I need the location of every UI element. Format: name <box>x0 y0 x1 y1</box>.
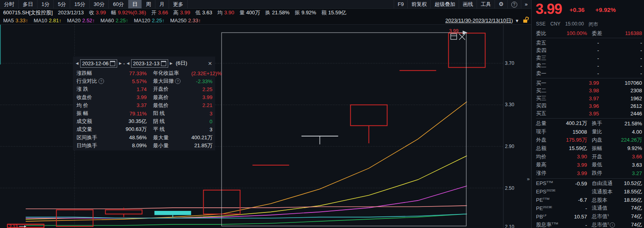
date-separator: - <box>123 60 125 66</box>
tab-monthly[interactable]: 月 <box>155 0 169 8</box>
high-price-marker: 3.99 <box>449 28 459 34</box>
tool-draw-line[interactable]: 画线 <box>459 0 477 8</box>
tool-tools[interactable]: 工具 <box>477 0 495 8</box>
collapse-panel-icon[interactable]: » <box>527 176 530 182</box>
ma-line-ma250 <box>26 206 467 209</box>
separator <box>536 38 642 38</box>
range-stat-row: 振 幅79.11%阳 线3 <box>73 109 215 117</box>
gear-icon[interactable]: ⚙ <box>495 0 507 8</box>
tab-15min[interactable]: 15分 <box>70 0 89 8</box>
range-stat-row: 涨跌幅77.33%年化收益率(2.32E+12)% <box>73 69 215 77</box>
stat-row: 总量400.21万换手21.58% <box>536 119 642 128</box>
range-stats-table: 涨跌幅77.33%年化收益率(2.32E+12)%行业对比?5.57%最大回撤?… <box>73 69 215 150</box>
price-change-pct: +9.92% <box>595 6 616 13</box>
tab-1min[interactable]: 1分 <box>37 0 54 8</box>
range-stat-row: 日均换手8.09%最小量21.85万 <box>73 142 215 150</box>
calendar-icon[interactable] <box>161 61 166 66</box>
range-stat-row: 均 价3.37最低价2.21 <box>73 101 215 109</box>
quote-detail-rows: 委比100.00%委差116388卖五--卖四--卖三--卖二--卖一--买一3… <box>536 29 642 228</box>
calendar-icon[interactable] <box>110 61 115 66</box>
prev-date-arrow[interactable]: ◀ <box>127 61 130 65</box>
close-icon[interactable]: × <box>208 60 212 67</box>
tab-30min[interactable]: 30分 <box>90 0 109 8</box>
market-status-row: SSE CNY 15:00:00 闭市 <box>536 21 598 28</box>
stat-幅: 幅9.92%(0.36) <box>111 9 146 16</box>
start-date-value: 2023-12-06 <box>82 60 109 66</box>
stat-振: 振9.92% <box>295 9 316 16</box>
financial-row: PBLF10.57总市值174亿 <box>536 212 642 221</box>
date-range-label[interactable]: 2023/11/30-2023/12/13(10日) <box>446 17 513 24</box>
tab-time-share[interactable]: 分时 <box>0 0 19 8</box>
separator <box>536 178 642 179</box>
chevron-down-icon[interactable]: ▼ <box>515 18 519 23</box>
axis-label-2.50: 2.50 <box>505 185 514 191</box>
info-icon[interactable]: i <box>610 222 615 228</box>
stat-均: 均3.90 <box>217 9 234 16</box>
financial-row: PETTM-6.7总股本18.55亿 <box>536 196 642 204</box>
ask-row-1: 卖一-- <box>536 70 642 77</box>
tool-f9[interactable]: F9 <box>394 0 407 8</box>
trade-date-label: 2023/12/13 <box>58 10 84 16</box>
end-date-value: 2023-12-13 <box>133 60 160 66</box>
ma-legend-ma250: MA2502.33↑ <box>170 18 201 23</box>
start-date-picker[interactable]: 2023-12-06 <box>80 59 118 68</box>
stat-row: 涨停3.99跌停3.27 <box>536 169 642 177</box>
tool-forward-adjust[interactable]: 前复权 <box>407 0 430 8</box>
range-stats-panel: ◀ 2023-12-06 ▶ - ◀ 2023-12-13 ▶ (6日) × 涨… <box>73 57 215 150</box>
quote-time: 15:00:00 <box>565 21 584 28</box>
next-date-arrow[interactable]: ▶ <box>119 61 122 65</box>
calendar-icon <box>451 34 457 39</box>
financial-row: PE2023E-流通值74亿 <box>536 204 642 212</box>
unlock-icon[interactable] <box>523 19 527 23</box>
tab-daily[interactable]: 日 <box>128 0 142 8</box>
candle-up <box>351 105 387 126</box>
range-stat-row: 涨 跌1.74开盘价2.25 <box>73 85 215 93</box>
ma-line-ma20 <box>26 186 467 218</box>
day-count-label: (6日) <box>176 60 187 67</box>
separator <box>536 118 642 119</box>
ma-legend-bar: MA53.33↑MA102.81↑MA202.52↑MA602.25↑MA120… <box>0 16 531 25</box>
axis-label-2.10: 2.10 <box>505 224 514 228</box>
range-stats-header: ◀ 2023-12-06 ▶ - ◀ 2023-12-13 ▶ (6日) × <box>73 57 215 69</box>
ask-row-4: 卖四-- <box>536 47 642 54</box>
range-stat-row: 成交量900.63万平 线3 <box>73 125 215 133</box>
ma-legend-ma120: MA1202.25↑ <box>134 18 165 23</box>
candle-up <box>106 210 142 214</box>
stat-row: 委比100.00%委差116388 <box>536 29 642 37</box>
period-menu-bar: 分时多日1分5分15分30分60分日周月更多 F9前复权超级叠加画线工具⚙?» <box>0 0 531 9</box>
low-price-marker: 2.13 <box>9 224 18 228</box>
ma-legend-ma10: MA102.81↑ <box>34 18 62 23</box>
range-stat-row: 成交额30.35亿阴 线0 <box>73 117 215 125</box>
tab-more[interactable]: 更多 <box>169 0 188 8</box>
tab-multi-day[interactable]: 多日 <box>19 0 37 8</box>
stat-额: 额15.59亿 <box>321 9 346 16</box>
quote-info-bar: 600715.SH[文投控股] 2023/12/13 收3.99幅9.92%(0… <box>0 9 531 16</box>
stat-row: 最高3.99最低3.63 <box>536 161 642 169</box>
tab-weekly[interactable]: 周 <box>142 0 155 8</box>
tab-60min[interactable]: 60分 <box>109 0 128 8</box>
prev-date-arrow[interactable]: ◀ <box>76 61 79 65</box>
separator <box>536 78 642 78</box>
more-chevrons-icon[interactable]: » <box>521 0 531 8</box>
next-date-arrow[interactable]: ▶ <box>170 61 173 65</box>
period-tabs: 分时多日1分5分15分30分60分日周月更多 <box>0 0 188 8</box>
ma-legend-ma20: MA202.52↑ <box>67 18 95 23</box>
help-icon[interactable]: ? <box>175 78 181 84</box>
bid-row-3: 买三3.971962 <box>536 95 642 102</box>
tab-5min[interactable]: 5分 <box>54 0 70 8</box>
stat-量: 量400万 <box>240 9 260 16</box>
date-range-picker[interactable]: 2023/11/30-2023/12/13(10日) ▼ <box>446 16 528 25</box>
end-date-picker[interactable]: 2023-12-13 <box>131 59 169 68</box>
range-stat-row: 区间换手48.56%最大量400.21万 <box>73 134 215 142</box>
stat-高: 高3.99 <box>173 9 190 16</box>
help-icon[interactable]: ? <box>507 0 521 8</box>
bid-row-1: 买一3.99107060 <box>536 79 642 87</box>
range-stat-row: 收盘价3.99最高价3.99 <box>73 94 215 101</box>
help-icon[interactable]: ? <box>98 78 104 84</box>
left-edge-accent <box>0 25 1 64</box>
bid-row-5: 买五3.952446 <box>536 110 642 117</box>
stat-低: 低3.63 <box>195 9 212 16</box>
bid-row-4: 买四3.962612 <box>536 102 642 110</box>
tool-super-overlay[interactable]: 超级叠加 <box>430 0 459 8</box>
stock-chart-app: 分时多日1分5分15分30分60分日周月更多 F9前复权超级叠加画线工具⚙?» … <box>0 0 644 228</box>
